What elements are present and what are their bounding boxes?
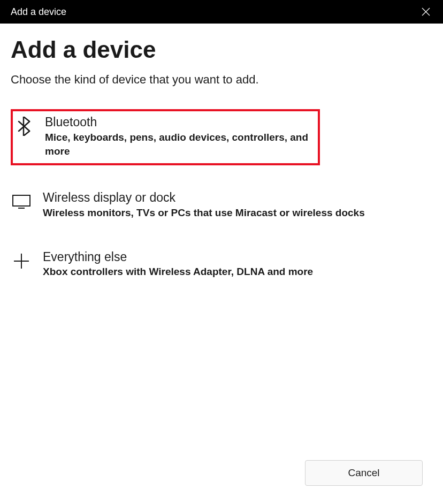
- option-wireless-display[interactable]: Wireless display or dock Wireless monito…: [11, 187, 432, 224]
- page-subtitle: Choose the kind of device that you want …: [11, 73, 432, 87]
- option-description: Xbox controllers with Wireless Adapter, …: [43, 265, 313, 279]
- options-list: Bluetooth Mice, keyboards, pens, audio d…: [11, 109, 432, 284]
- cancel-button[interactable]: Cancel: [305, 460, 423, 486]
- option-text: Wireless display or dock Wireless monito…: [43, 190, 365, 220]
- option-title: Everything else: [43, 249, 313, 265]
- option-text: Bluetooth Mice, keyboards, pens, audio d…: [45, 114, 314, 159]
- option-title: Wireless display or dock: [43, 190, 365, 206]
- option-description: Mice, keyboards, pens, audio devices, co…: [45, 131, 314, 159]
- option-title: Bluetooth: [45, 114, 314, 131]
- titlebar: Add a device: [0, 0, 443, 24]
- close-button[interactable]: [419, 5, 432, 18]
- page-title: Add a device: [11, 36, 432, 63]
- monitor-icon: [12, 192, 31, 211]
- option-everything-else[interactable]: Everything else Xbox controllers with Wi…: [11, 246, 432, 284]
- titlebar-title: Add a device: [11, 6, 66, 18]
- bluetooth-icon: [14, 117, 33, 136]
- footer: Cancel: [11, 460, 432, 493]
- option-text: Everything else Xbox controllers with Wi…: [43, 249, 313, 279]
- option-bluetooth[interactable]: Bluetooth Mice, keyboards, pens, audio d…: [11, 109, 320, 165]
- close-icon: [422, 7, 430, 16]
- plus-icon: [12, 251, 31, 271]
- main-content: Add a device Choose the kind of device t…: [0, 24, 443, 504]
- svg-rect-2: [13, 195, 30, 206]
- option-description: Wireless monitors, TVs or PCs that use M…: [43, 206, 365, 220]
